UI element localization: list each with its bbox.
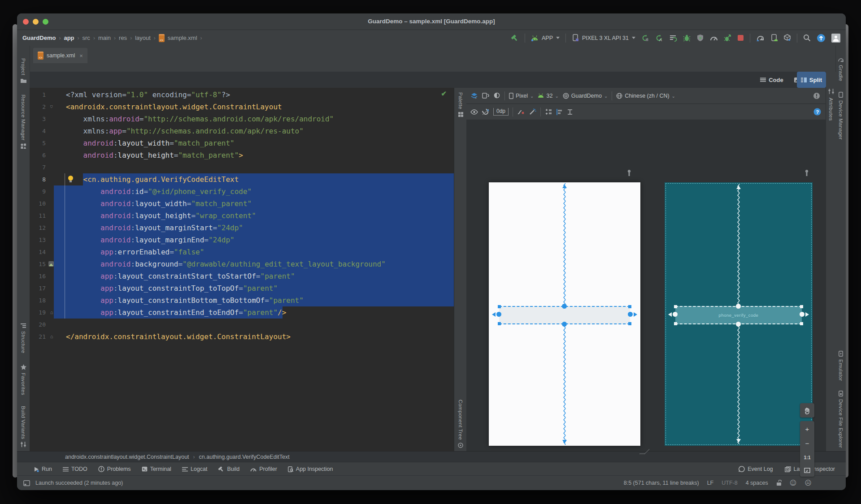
minimize-window-button[interactable] xyxy=(33,19,39,25)
toolwindow-problems[interactable]: Problems xyxy=(98,466,131,472)
user-avatar[interactable] xyxy=(831,34,840,43)
code-line[interactable]: 16 app:layout_constraintStart_toStartOf=… xyxy=(30,270,454,282)
constraint-anchor-top[interactable] xyxy=(562,304,567,309)
constraint-anchor-bottom[interactable] xyxy=(562,322,567,327)
resize-handle[interactable] xyxy=(674,305,677,308)
mode-split-button[interactable]: Split xyxy=(797,72,826,88)
toolwindow-logcat[interactable]: Logcat xyxy=(182,466,208,472)
sidebar-item-project[interactable]: Project xyxy=(21,58,26,83)
tab-sample-xml[interactable]: <> sample.xml × xyxy=(33,48,87,63)
attributes-sliders-icon[interactable] xyxy=(828,89,834,94)
toolwindow-app-inspection[interactable]: App Inspection xyxy=(288,466,333,472)
inspection-ok-icon[interactable]: ✔ xyxy=(441,90,447,98)
profiler-icon[interactable] xyxy=(710,34,718,41)
breadcrumb-item[interactable]: sample.xml xyxy=(168,34,197,41)
constraint-anchor-end[interactable] xyxy=(800,312,804,317)
intention-bulb-icon[interactable] xyxy=(68,176,73,181)
breadcrumb-item[interactable]: app xyxy=(64,34,74,41)
build-hammer-icon[interactable] xyxy=(511,34,519,42)
restart-activity-icon[interactable] xyxy=(641,34,649,42)
feedback-frown-icon[interactable]: ☹ xyxy=(804,479,812,487)
sdk-manager-icon[interactable] xyxy=(783,34,791,42)
issues-icon[interactable] xyxy=(813,92,820,99)
code-line[interactable]: 9 android:id="@+id/phone_verify_code" xyxy=(30,185,454,198)
code-line[interactable]: 8 <cn.authing.guard.VerifyCodeEditText xyxy=(30,173,454,185)
orientation-icon[interactable] xyxy=(482,92,490,99)
fold-marker-icon[interactable]: ⌂ xyxy=(48,306,55,319)
line-number[interactable]: 5 xyxy=(30,137,46,149)
close-window-button[interactable] xyxy=(23,19,29,25)
feedback-smile-icon[interactable]: ☺ xyxy=(790,479,797,487)
title-bar[interactable]: GuardDemo – sample.xml [GuardDemo.app] xyxy=(17,13,846,30)
line-number[interactable]: 17 xyxy=(30,282,46,294)
unlock-icon[interactable] xyxy=(776,480,782,486)
caret-position[interactable]: 8:5 (571 chars, 11 line breaks) xyxy=(624,480,699,486)
infer-constraints-icon[interactable] xyxy=(529,108,536,116)
line-number[interactable]: 9 xyxy=(30,185,46,198)
design-surface[interactable]: phone_verify_code xyxy=(466,120,826,452)
run-configuration-select[interactable]: APP xyxy=(531,35,560,41)
constraint-anchor-bottom[interactable] xyxy=(736,322,741,327)
tab-attributes[interactable]: Attributes xyxy=(828,98,834,121)
zoom-in-button[interactable]: + xyxy=(805,425,809,433)
code-line[interactable]: 6 android:layout_height="match_parent"> xyxy=(30,149,454,161)
code-line[interactable]: 2⌂<androidx.constraintlayout.widget.Cons… xyxy=(30,101,454,113)
gradle-sync-icon[interactable] xyxy=(756,34,765,42)
code-line[interactable]: 12 android:layout_marginStart="24dp" xyxy=(30,222,454,234)
resize-handle[interactable] xyxy=(628,305,631,308)
line-number[interactable]: 12 xyxy=(30,222,46,234)
toolwindow-terminal[interactable]: Terminal xyxy=(142,466,171,472)
status-message[interactable]: Launch succeeded (2 minutes ago) xyxy=(35,480,123,486)
distribute-icon[interactable] xyxy=(567,109,573,115)
line-number[interactable]: 21 xyxy=(30,331,46,343)
breadcrumb-item[interactable]: layout xyxy=(135,34,151,41)
line-number[interactable]: 1 xyxy=(30,89,46,101)
line-ending[interactable]: LF xyxy=(707,480,714,486)
search-icon[interactable] xyxy=(803,34,811,42)
resize-handle[interactable] xyxy=(498,305,501,308)
line-number[interactable]: 10 xyxy=(30,198,46,210)
tab-palette[interactable]: Palette xyxy=(458,92,463,117)
sidebar-item-build-variants[interactable]: Build Variants xyxy=(21,406,26,447)
sidebar-item-structure[interactable]: Structure xyxy=(21,323,26,353)
constraint-anchor-end[interactable] xyxy=(628,312,633,317)
code-line[interactable]: 13 android:layout_marginEnd="24dp" xyxy=(30,234,454,246)
wrench-icon[interactable] xyxy=(804,169,810,177)
fold-marker-icon[interactable]: ⌂ xyxy=(48,331,55,343)
sidebar-item-device-manager[interactable]: Device Manager xyxy=(838,92,844,140)
line-number[interactable]: 4 xyxy=(30,125,46,137)
code-line[interactable]: 20 xyxy=(30,319,454,331)
constraint-anchor-start[interactable] xyxy=(496,312,501,317)
code-line[interactable]: 1<?xml version="1.0" encoding="utf-8"?> xyxy=(30,89,454,101)
resize-handle[interactable] xyxy=(800,322,803,325)
constraint-anchor-top[interactable] xyxy=(736,304,741,309)
ide-update-icon[interactable] xyxy=(817,34,826,43)
code-editor-lines[interactable]: 1<?xml version="1.0" encoding="utf-8"?>2… xyxy=(30,89,454,343)
code-line[interactable]: 5 android:layout_width="match_parent" xyxy=(30,137,454,149)
default-margin-field[interactable]: 0dp xyxy=(493,108,509,116)
rerun-icon[interactable] xyxy=(669,34,677,42)
sidebar-item-favorites[interactable]: Favorites xyxy=(21,364,26,395)
close-tab-icon[interactable]: × xyxy=(79,52,83,59)
sidebar-item-device-file-explorer[interactable]: Device File Explorer xyxy=(838,391,844,448)
design-canvas[interactable] xyxy=(489,182,640,446)
design-theme-select[interactable]: GuardDemo⌄ xyxy=(563,93,608,99)
fold-marker-icon[interactable]: ⌂ xyxy=(48,101,55,113)
line-number[interactable]: 13 xyxy=(30,234,46,246)
mode-code-button[interactable]: Code xyxy=(756,75,787,85)
device-select[interactable]: PIXEL 3 XL API 31 xyxy=(572,34,635,42)
file-encoding[interactable]: UTF-8 xyxy=(722,480,737,486)
selected-widget-blueprint[interactable]: phone_verify_code xyxy=(675,306,802,324)
resize-handle[interactable] xyxy=(800,305,803,308)
stop-icon[interactable] xyxy=(737,34,744,41)
code-line[interactable]: 10 android:layout_width="match_parent" xyxy=(30,198,454,210)
indent-setting[interactable]: 4 spaces xyxy=(746,480,768,486)
night-theme-icon[interactable] xyxy=(494,92,500,99)
autoconnect-magnet-icon[interactable] xyxy=(482,109,489,115)
breadcrumb-item[interactable]: main xyxy=(98,34,111,41)
zoom-to-fit-button[interactable] xyxy=(804,468,810,473)
zoom-100-button[interactable]: 1:1 xyxy=(804,455,810,460)
toolwindow-profiler[interactable]: Profiler xyxy=(250,466,277,472)
pan-hand-button[interactable] xyxy=(800,403,814,418)
line-number[interactable]: 19 xyxy=(30,306,46,319)
